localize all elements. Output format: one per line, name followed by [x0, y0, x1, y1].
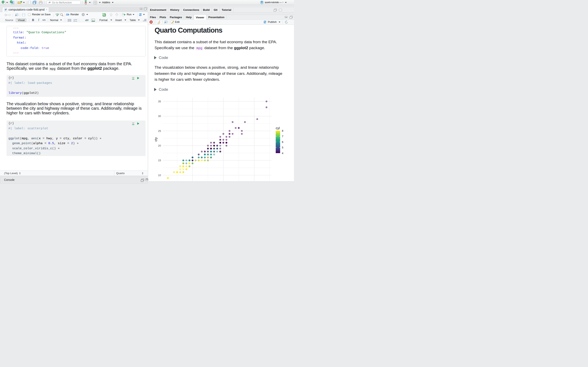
svg-text:30: 30 [158, 115, 161, 118]
svg-text:7: 7 [282, 135, 283, 138]
svg-text:20: 20 [158, 144, 161, 147]
svg-text:5: 5 [282, 146, 283, 149]
svg-text:25: 25 [158, 129, 161, 132]
svg-text:15: 15 [158, 159, 161, 162]
svg-text:ABC: ABC [55, 13, 60, 15]
svg-text:35: 35 [158, 100, 161, 103]
svg-text:G: G [85, 2, 87, 5]
svg-text:4: 4 [282, 151, 283, 155]
svg-text:cty: cty [154, 137, 158, 141]
svg-text:R: R [261, 1, 263, 3]
svg-text:1: 1 [74, 19, 75, 20]
svg-text:8: 8 [282, 129, 283, 132]
svg-text:6: 6 [282, 140, 283, 143]
svg-text:2: 2 [74, 20, 75, 22]
svg-text:cyl: cyl [276, 126, 280, 130]
svg-text:10: 10 [158, 174, 161, 176]
